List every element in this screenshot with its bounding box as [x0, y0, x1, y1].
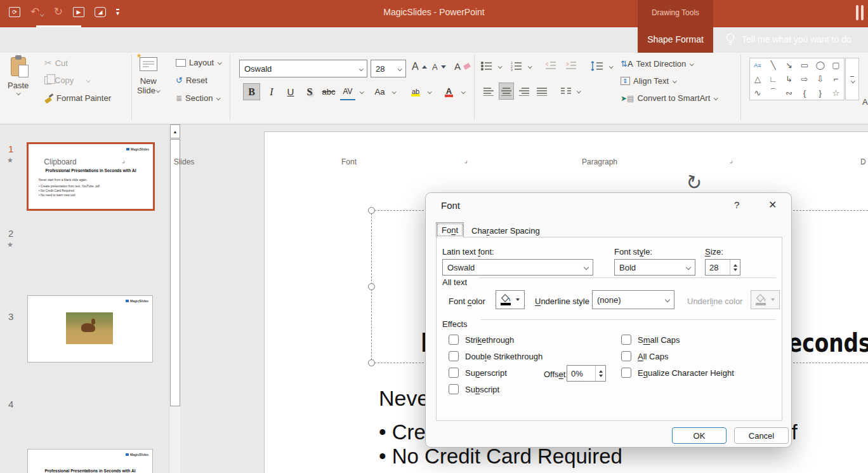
- text-shadow-button[interactable]: S: [302, 83, 317, 100]
- layout-dropdown-icon[interactable]: [218, 60, 221, 64]
- clipboard-dialog-launcher-icon[interactable]: ⌟: [122, 156, 125, 164]
- shape-triangle-icon[interactable]: △: [750, 72, 765, 86]
- font-color-button[interactable]: A: [442, 83, 457, 100]
- selection-handle-bottom-left[interactable]: [368, 359, 375, 366]
- all-caps-checkbox[interactable]: [621, 351, 631, 361]
- paste-button[interactable]: Paste: [8, 57, 29, 95]
- bullets-dropdown-icon[interactable]: [498, 64, 502, 68]
- align-text-dropdown-icon[interactable]: [673, 79, 676, 83]
- size-spinner[interactable]: 28: [705, 259, 740, 276]
- font-name-combo[interactable]: Oswald: [239, 60, 367, 77]
- font-style-combo[interactable]: Bold: [614, 259, 695, 276]
- selection-handle-top-left[interactable]: [368, 207, 375, 214]
- align-text-button[interactable]: ⇕ Align Text: [621, 76, 676, 86]
- slide-bullet2-text[interactable]: • No Credit Card Required: [379, 444, 622, 469]
- slide-thumbnail-3[interactable]: MagicSlides Professional Presentations i…: [27, 449, 153, 473]
- italic-button[interactable]: I: [264, 83, 279, 100]
- strikethrough-button[interactable]: abc: [321, 83, 336, 100]
- double-strikethrough-checkbox[interactable]: [449, 351, 459, 361]
- dialog-tab-character-spacing[interactable]: Character Spacing: [466, 223, 545, 238]
- columns-button[interactable]: [558, 83, 574, 100]
- text-direction-dropdown-icon[interactable]: [690, 62, 694, 65]
- clear-formatting-button[interactable]: A: [454, 61, 470, 72]
- small-caps-checkbox[interactable]: [621, 335, 631, 345]
- copy-button[interactable]: Copy: [44, 76, 90, 85]
- copy-dropdown-icon[interactable]: [86, 78, 90, 82]
- subscript-checkbox[interactable]: [449, 384, 459, 394]
- superscript-checkbox[interactable]: [449, 368, 459, 378]
- character-spacing-dropdown-icon[interactable]: [360, 90, 364, 93]
- bullets-icon[interactable]: [481, 61, 492, 71]
- character-spacing-button[interactable]: AV: [340, 83, 355, 100]
- shape-rounded-rectangle-icon[interactable]: ▢: [828, 58, 843, 72]
- font-size-combo[interactable]: 28: [371, 60, 406, 77]
- shape-arc-icon[interactable]: ⌒: [766, 86, 781, 100]
- cut-button[interactable]: ✂ Cut: [44, 58, 68, 68]
- shape-elbow-icon[interactable]: ∟: [766, 72, 781, 86]
- grow-font-button[interactable]: A: [412, 61, 427, 72]
- shape-curve-icon[interactable]: ∾: [781, 86, 796, 100]
- shape-star-icon[interactable]: ☆: [828, 86, 843, 100]
- shape-down-arrow-icon[interactable]: ⇩: [813, 72, 828, 86]
- arrange-button-partial[interactable]: A: [862, 97, 868, 107]
- dialog-close-button[interactable]: ✕: [768, 199, 777, 211]
- shape-oval-icon[interactable]: ◯: [813, 58, 828, 72]
- scrollbar-thumb[interactable]: [170, 139, 180, 406]
- offset-up-icon[interactable]: [599, 370, 603, 373]
- cancel-button[interactable]: Cancel: [734, 427, 789, 444]
- decrease-indent-icon[interactable]: [545, 61, 556, 71]
- paste-dropdown-icon[interactable]: [16, 91, 20, 95]
- font-color-picker[interactable]: [496, 290, 525, 309]
- line-spacing-dropdown-icon[interactable]: [609, 64, 613, 68]
- tab-shape-format[interactable]: Shape Format: [638, 25, 713, 53]
- slide-thumbnail-2[interactable]: MagicSlides: [27, 295, 153, 363]
- columns-dropdown-icon[interactable]: [577, 89, 581, 93]
- section-dropdown-icon[interactable]: [217, 96, 221, 100]
- paragraph-dialog-launcher-icon[interactable]: ⌟: [730, 156, 733, 164]
- justify-button[interactable]: [534, 83, 549, 100]
- font-color-dropdown-icon[interactable]: [461, 90, 465, 93]
- shape-text-box-icon[interactable]: A≡: [750, 58, 765, 72]
- change-case-dropdown-icon[interactable]: [392, 90, 396, 93]
- align-right-button[interactable]: [516, 83, 532, 100]
- shape-freeform-icon[interactable]: ⌐: [828, 72, 843, 86]
- convert-smartart-dropdown-icon[interactable]: [714, 96, 718, 100]
- shape-line-icon[interactable]: ╲: [766, 58, 781, 72]
- size-up-icon[interactable]: [733, 264, 737, 267]
- align-left-button[interactable]: [481, 83, 496, 100]
- layout-button[interactable]: Layout: [176, 58, 221, 67]
- align-center-button[interactable]: [499, 83, 514, 100]
- shape-left-brace-icon[interactable]: {: [797, 86, 812, 100]
- text-direction-button[interactable]: ⇅A Text Direction: [621, 59, 694, 69]
- shape-right-brace-icon[interactable]: }: [813, 86, 828, 100]
- shape-right-arrow-icon[interactable]: ⇨: [797, 72, 812, 86]
- strikethrough-checkbox[interactable]: [449, 335, 459, 345]
- dialog-tab-font[interactable]: Font: [436, 222, 464, 237]
- shape-elbow-arrow-icon[interactable]: ↳: [781, 72, 796, 86]
- change-case-button[interactable]: Aa: [372, 83, 388, 100]
- offset-down-icon[interactable]: [599, 375, 603, 377]
- latin-font-combo[interactable]: Oswald: [442, 259, 593, 276]
- selection-handle-middle-left[interactable]: [368, 283, 375, 290]
- dialog-help-button[interactable]: ?: [734, 199, 739, 210]
- new-slide-button[interactable]: New Slide: [137, 57, 159, 95]
- tell-me-box[interactable]: Tell me what you want to do: [725, 25, 852, 53]
- format-painter-button[interactable]: Format Painter: [44, 93, 111, 103]
- bold-button[interactable]: B: [243, 83, 260, 100]
- line-spacing-icon[interactable]: [591, 61, 603, 71]
- underline-style-combo[interactable]: (none): [592, 290, 674, 309]
- convert-smartart-button[interactable]: ➤▤ Convert to SmartArt: [621, 93, 718, 103]
- equalize-character-height-checkbox[interactable]: [621, 368, 631, 378]
- numbering-dropdown-icon[interactable]: [528, 64, 532, 68]
- highlight-color-button[interactable]: ab: [408, 83, 423, 100]
- shape-rectangle-icon[interactable]: ▭: [797, 58, 812, 72]
- shape-scribble-icon[interactable]: ∿: [750, 86, 765, 100]
- offset-spinner[interactable]: 0%: [567, 365, 606, 382]
- slide-thumbnail-1[interactable]: MagicSlides Professional Presentations i…: [27, 142, 155, 211]
- shapes-gallery-more-button[interactable]: [845, 58, 859, 100]
- increase-indent-icon[interactable]: [565, 61, 577, 71]
- numbering-icon[interactable]: 123: [511, 61, 522, 71]
- shrink-font-button[interactable]: A: [432, 62, 446, 72]
- new-slide-dropdown-icon[interactable]: [156, 88, 160, 92]
- underline-button[interactable]: U: [283, 83, 298, 100]
